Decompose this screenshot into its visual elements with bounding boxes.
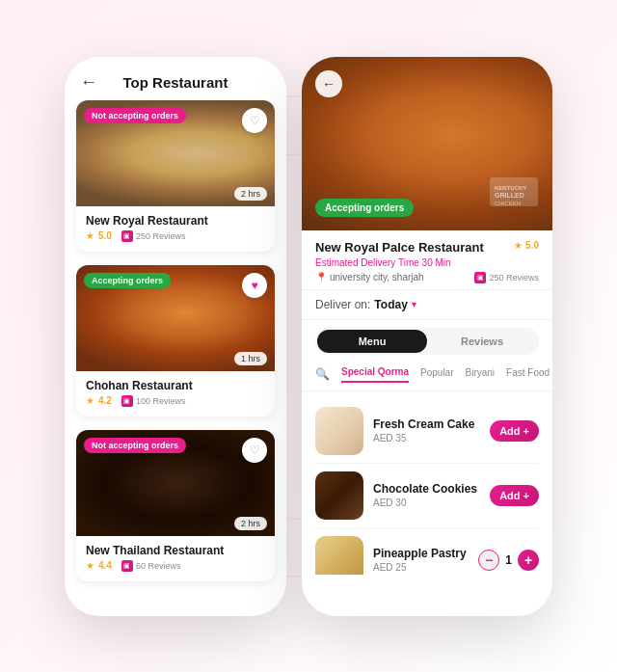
grilled-box-decoration: KENTUCKY GRILLED CHICKEN bbox=[485, 173, 543, 211]
restaurant-name-2: Chohan Restaurant bbox=[86, 379, 265, 392]
deliver-on-label: Deliver on: bbox=[315, 298, 370, 311]
menu-item-price-1: AED 35 bbox=[373, 433, 480, 444]
status-badge-3: Not accepting orders bbox=[84, 438, 186, 453]
restaurant-name-3: New Thailand Restaurant bbox=[86, 544, 265, 557]
reviews-wrap-3: ▣ 60 Reviews bbox=[121, 560, 181, 572]
time-badge-3: 2 hrs bbox=[234, 517, 267, 530]
reviews-icon-1: ▣ bbox=[121, 230, 133, 242]
restaurant-meta-3: ★ 4.4 ▣ 60 Reviews bbox=[86, 560, 265, 572]
time-badge-1: 2 hrs bbox=[234, 187, 267, 201]
star-icon-2: ★ bbox=[86, 395, 94, 406]
add-label-1: Add bbox=[499, 425, 520, 437]
hero-back-button[interactable]: ← bbox=[315, 70, 342, 97]
restaurant-meta-2: ★ 4.2 ▣ 100 Reviews bbox=[86, 395, 265, 407]
reviews-wrap-1: ▣ 250 Reviews bbox=[121, 230, 186, 242]
rating-2: 4.2 bbox=[98, 395, 112, 406]
detail-reviews-row: ▣ 250 Reviews bbox=[474, 272, 539, 283]
add-button-2[interactable]: Add + bbox=[490, 485, 539, 506]
location-text: university city, sharjah bbox=[330, 272, 424, 282]
card-image-1: Not accepting orders ♡ 2 hrs bbox=[76, 100, 275, 206]
reviews-icon-3: ▣ bbox=[121, 560, 133, 572]
time-badge-2: 1 hrs bbox=[234, 352, 267, 365]
star-icon-1: ★ bbox=[86, 230, 94, 241]
deliver-dropdown-button[interactable]: ▾ bbox=[412, 299, 416, 309]
restaurant-name-1: New Royal Restaurant bbox=[86, 214, 265, 228]
menu-item-2: Chocolate Cookies AED 30 Add + bbox=[315, 464, 539, 528]
tabs-row: Menu Reviews bbox=[315, 328, 539, 355]
menu-item-1: Fresh Cream Cake AED 35 Add + bbox=[315, 399, 539, 464]
quantity-minus-button-3[interactable]: − bbox=[478, 550, 499, 571]
menu-item-name-3: Pineapple Pastry bbox=[373, 547, 469, 560]
restaurant-list: Not accepting orders ♡ 2 hrs New Royal R… bbox=[65, 100, 286, 602]
back-button[interactable]: ← bbox=[80, 72, 97, 93]
category-special-qorma[interactable]: Special Qorma bbox=[341, 366, 409, 383]
favorite-button-3[interactable]: ♡ bbox=[242, 438, 267, 463]
menu-item-name-2: Chocolate Cookies bbox=[373, 482, 480, 496]
category-fast-food[interactable]: Fast Food bbox=[506, 367, 550, 382]
menu-item-info-3: Pineapple Pastry AED 25 bbox=[373, 547, 469, 573]
restaurant-detail-top: New Royal Palce Restaurant ★ 5.0 bbox=[315, 240, 539, 255]
quantity-plus-button-3[interactable]: + bbox=[518, 550, 539, 571]
restaurant-card-1[interactable]: Not accepting orders ♡ 2 hrs New Royal R… bbox=[76, 100, 275, 252]
card-info-3: New Thailand Restaurant ★ 4.4 ▣ 60 Revie… bbox=[76, 536, 275, 581]
restaurant-detail-name: New Royal Palce Restaurant bbox=[315, 240, 484, 255]
menu-item-price-2: AED 30 bbox=[373, 497, 480, 508]
reviews-text-2: 100 Reviews bbox=[136, 396, 186, 406]
reviews-icon-2: ▣ bbox=[121, 395, 133, 407]
restaurant-card-3[interactable]: Not accepting orders ♡ 2 hrs New Thailan… bbox=[76, 430, 275, 581]
svg-text:CHICKEN: CHICKEN bbox=[495, 201, 521, 206]
tab-reviews[interactable]: Reviews bbox=[427, 330, 537, 353]
left-phone-header: ← Top Restaurant bbox=[65, 57, 286, 100]
menu-item-info-2: Chocolate Cookies AED 30 bbox=[373, 482, 480, 508]
page-title: Top Restaurant bbox=[123, 74, 228, 91]
status-badge-1: Not accepting orders bbox=[84, 108, 186, 123]
cookies-image bbox=[315, 471, 363, 520]
card-image-3: Not accepting orders ♡ 2 hrs bbox=[76, 430, 275, 536]
rating-1: 5.0 bbox=[98, 230, 112, 241]
location-pin-icon: 📍 bbox=[315, 272, 327, 282]
quantity-value-3: 1 bbox=[505, 553, 512, 567]
card-image-2: Accepting orders ♥ 1 hrs bbox=[76, 265, 275, 371]
detail-reviews-icon: ▣ bbox=[474, 272, 486, 283]
svg-text:KENTUCKY: KENTUCKY bbox=[495, 185, 526, 191]
menu-list: Fresh Cream Cake AED 35 Add + Chocolate … bbox=[302, 391, 552, 575]
hero-image: KENTUCKY GRILLED CHICKEN ← Accepting ord… bbox=[302, 57, 552, 230]
detail-reviews-text: 250 Reviews bbox=[489, 273, 539, 282]
menu-item-name-1: Fresh Cream Cake bbox=[373, 417, 480, 431]
reviews-wrap-2: ▣ 100 Reviews bbox=[121, 395, 186, 407]
right-phone: KENTUCKY GRILLED CHICKEN ← Accepting ord… bbox=[302, 57, 552, 616]
favorite-button-1[interactable]: ♡ bbox=[242, 108, 267, 133]
left-phone: ← Top Restaurant Not accepting orders ♡ … bbox=[65, 57, 286, 616]
delivery-info: Estimated Delivery Time 30 Min bbox=[315, 257, 539, 268]
hero-status-badge: Accepting orders bbox=[315, 199, 414, 217]
restaurant-meta-1: ★ 5.0 ▣ 250 Reviews bbox=[86, 230, 265, 242]
detail-rating: 5.0 bbox=[525, 240, 539, 251]
pastry-image bbox=[315, 536, 363, 575]
restaurant-card-2[interactable]: Accepting orders ♥ 1 hrs Chohan Restaura… bbox=[76, 265, 275, 417]
add-label-2: Add bbox=[499, 490, 520, 501]
restaurant-detail-rating: ★ 5.0 bbox=[514, 240, 539, 251]
deliver-on-row: Deliver on: Today ▾ bbox=[302, 290, 552, 320]
card-info-2: Chohan Restaurant ★ 4.2 ▣ 100 Reviews bbox=[76, 371, 275, 417]
add-button-1[interactable]: Add + bbox=[490, 420, 539, 442]
tab-menu[interactable]: Menu bbox=[317, 330, 427, 353]
detail-star-icon: ★ bbox=[514, 240, 523, 251]
favorite-button-2[interactable]: ♥ bbox=[242, 273, 267, 298]
category-popular[interactable]: Popular bbox=[420, 367, 453, 382]
search-icon[interactable]: 🔍 bbox=[315, 367, 330, 381]
category-row: 🔍 Special Qorma Popular Biryani Fast Foo… bbox=[302, 363, 552, 391]
status-badge-2: Accepting orders bbox=[84, 273, 171, 288]
menu-item-image-pastry bbox=[315, 536, 363, 575]
category-biryani[interactable]: Biryani bbox=[466, 367, 496, 382]
restaurant-detail: New Royal Palce Restaurant ★ 5.0 Estimat… bbox=[302, 230, 552, 290]
menu-item-info-1: Fresh Cream Cake AED 35 bbox=[373, 417, 480, 444]
menu-item-3: Pineapple Pastry AED 25 − 1 + bbox=[315, 528, 539, 575]
rating-3: 4.4 bbox=[98, 560, 112, 571]
svg-text:GRILLED: GRILLED bbox=[495, 192, 524, 199]
add-plus-icon-1: + bbox=[523, 425, 529, 437]
menu-item-image-cookies bbox=[315, 471, 363, 520]
reviews-text-1: 250 Reviews bbox=[136, 231, 186, 241]
deliver-on-value: Today bbox=[374, 298, 407, 311]
screens-container: ← Top Restaurant Not accepting orders ♡ … bbox=[65, 57, 552, 616]
menu-item-image-cake bbox=[315, 407, 363, 455]
